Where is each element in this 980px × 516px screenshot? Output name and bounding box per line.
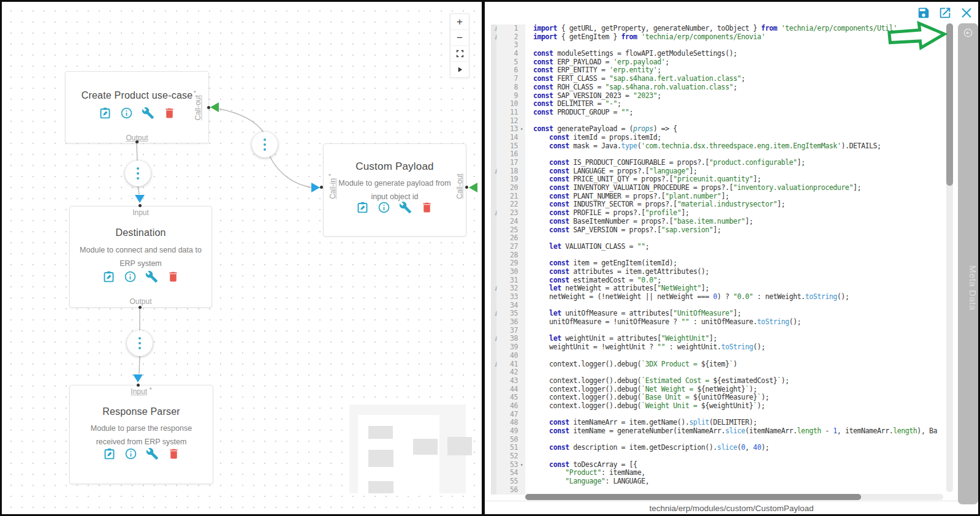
code-text[interactable]: const DELIMITER = "-"; xyxy=(525,100,948,108)
code-line[interactable]: 15 const mask = Java.type('com.technia.d… xyxy=(491,142,948,151)
code-line[interactable]: 34 xyxy=(491,302,948,310)
code-line[interactable]: 33 netWeight = (!netWeight || netWeight … xyxy=(491,293,948,302)
fold-arrow-icon[interactable] xyxy=(518,251,525,260)
code-text[interactable] xyxy=(525,41,948,50)
port-call-in[interactable]: Call-in * xyxy=(329,173,337,199)
fold-arrow-icon[interactable] xyxy=(518,92,525,101)
edit-icon[interactable] xyxy=(356,201,369,214)
edge-menu-handle[interactable] xyxy=(125,161,151,186)
fold-arrow-icon[interactable] xyxy=(518,75,525,83)
code-line[interactable]: 29 const item = getEngItem(itemId); xyxy=(491,259,948,268)
code-line[interactable]: 39 weightUnit = !weightUnit ? "" : weigh… xyxy=(491,343,948,352)
fold-arrow-icon[interactable] xyxy=(518,276,525,285)
code-line[interactable]: i38 let weightUnit = attributes["WeightU… xyxy=(491,335,948,343)
code-text[interactable]: context.logger().debug(`Net Weight = ${n… xyxy=(525,385,948,394)
fold-arrow-icon[interactable] xyxy=(518,377,525,385)
code-text[interactable]: const IS_PRODUCT_CONFIGURABLE = props?.[… xyxy=(525,159,948,167)
fold-arrow-icon[interactable] xyxy=(518,469,525,477)
code-line[interactable]: 49 const itemName = generateNumber(itemN… xyxy=(491,427,948,436)
code-line[interactable]: 7const FERT_CLASS = "sap.s4hana.fert.val… xyxy=(491,75,948,83)
edit-icon[interactable] xyxy=(102,270,115,283)
fold-arrow-icon[interactable] xyxy=(518,444,525,452)
fold-arrow-icon[interactable] xyxy=(518,234,525,243)
port-input[interactable]: Input xyxy=(70,208,211,217)
fold-arrow-icon[interactable] xyxy=(518,452,525,461)
fit-view-button[interactable] xyxy=(450,46,469,62)
code-text[interactable]: const itemNameArr = item.getName().split… xyxy=(525,419,948,427)
port-dot[interactable] xyxy=(139,204,142,207)
fold-arrow-icon[interactable] xyxy=(518,218,525,226)
fold-arrow-icon[interactable] xyxy=(518,327,525,335)
code-text[interactable]: let unitOfMeasure = attributes["UnitOfMe… xyxy=(525,309,948,318)
code-text[interactable]: "Product": itemName, xyxy=(525,469,948,477)
code-text[interactable]: const ERP_ENTITY = 'erp.entity'; xyxy=(525,66,948,75)
port-call-out[interactable]: Call-out * xyxy=(194,91,203,121)
fold-arrow-icon[interactable] xyxy=(518,293,525,302)
delete-trash-icon[interactable] xyxy=(167,447,180,460)
fold-arrow-icon[interactable] xyxy=(518,419,525,427)
code-line[interactable]: 43 context.logger().debug(`Estimated Cos… xyxy=(491,377,948,385)
code-text[interactable] xyxy=(525,234,948,243)
fold-arrow-icon[interactable]: ▾ xyxy=(518,461,525,469)
code-text[interactable]: const toDescArray = [{ xyxy=(525,461,948,469)
code-line[interactable]: 4const moduleSettings = flowAPI.getModul… xyxy=(491,50,948,58)
code-line[interactable]: 12 xyxy=(491,117,948,126)
code-line[interactable]: i41 context.logger().debug(`3DX Product … xyxy=(491,360,948,369)
code-text[interactable]: context.logger().debug(`Weight Unit = ${… xyxy=(525,402,948,411)
port-dot[interactable] xyxy=(139,306,142,309)
info-icon[interactable] xyxy=(120,107,133,120)
fold-arrow-icon[interactable] xyxy=(518,226,525,235)
info-icon[interactable] xyxy=(124,447,137,460)
code-text[interactable]: unitOfMeasure = !unitOfMeasure ? "" : un… xyxy=(525,318,948,327)
settings-wrench-icon[interactable] xyxy=(146,447,159,460)
code-line[interactable]: 24 const BaseItemNumber = props?.["base.… xyxy=(491,218,948,226)
interactive-toggle-button[interactable] xyxy=(450,62,469,77)
code-line[interactable]: 56 xyxy=(491,486,948,495)
code-text[interactable] xyxy=(525,117,948,126)
fold-arrow-icon[interactable] xyxy=(518,360,525,369)
code-text[interactable]: import { getEngItem } from 'technia/erp/… xyxy=(525,33,948,42)
port-input[interactable]: Input * xyxy=(70,387,213,396)
code-line[interactable]: 19 const PRICE_UNIT_QTY = props?.["price… xyxy=(491,175,948,184)
fold-arrow-icon[interactable] xyxy=(518,150,525,159)
fold-arrow-icon[interactable] xyxy=(518,142,525,151)
port-output[interactable]: Output xyxy=(70,297,211,306)
code-line[interactable]: i1import { getURL, getProperty, generate… xyxy=(491,25,948,33)
fold-arrow-icon[interactable] xyxy=(518,309,525,318)
fold-arrow-icon[interactable] xyxy=(518,209,525,218)
code-text[interactable]: const SAP_VERSION_2023 = "2023"; xyxy=(525,92,948,101)
code-text[interactable]: const LANGUAGE = props?.["language"]; xyxy=(525,167,948,176)
code-text[interactable]: context.logger().debug(`3DX Product = ${… xyxy=(525,360,948,369)
code-text[interactable]: const generatePayload = (props) => { xyxy=(525,125,948,134)
fold-arrow-icon[interactable] xyxy=(518,393,525,402)
node-response-parser[interactable]: Input * Response Parser Module to parse … xyxy=(69,385,213,484)
code-text[interactable]: const INDUSTRY_SECTOR = props?.["materia… xyxy=(525,200,948,209)
code-line[interactable]: 14 const itemId = props.itemId; xyxy=(491,134,948,142)
code-text[interactable] xyxy=(525,452,948,461)
fold-arrow-icon[interactable] xyxy=(518,385,525,394)
fold-arrow-icon[interactable] xyxy=(518,108,525,117)
code-line[interactable]: 16 xyxy=(491,150,948,159)
edit-icon[interactable] xyxy=(103,447,116,460)
code-text[interactable]: const mask = Java.type('com.technia.dsx.… xyxy=(525,142,948,151)
code-text[interactable]: const attributes = item.getAttributes(); xyxy=(525,268,948,276)
zoom-in-button[interactable]: + xyxy=(450,14,469,30)
port-dot[interactable] xyxy=(320,186,323,189)
expand-panel-arrow-icon[interactable] xyxy=(963,28,973,37)
code-text[interactable]: context.logger().debug(`Estimated Cost =… xyxy=(525,377,948,385)
code-line[interactable]: 48 const itemNameArr = item.getName().sp… xyxy=(491,419,948,427)
code-text[interactable] xyxy=(525,251,948,260)
code-text[interactable] xyxy=(525,327,948,335)
code-line[interactable]: 5const ERP_PAYLOAD = 'erp.payload'; xyxy=(491,58,948,67)
code-line[interactable]: 54 "Product": itemName, xyxy=(491,469,948,477)
code-text[interactable]: let weightUnit = attributes["WeightUnit"… xyxy=(525,335,948,343)
code-line[interactable]: 25 const SAP_VERSION = props?.["sap.vers… xyxy=(491,226,948,235)
edit-icon[interactable] xyxy=(99,107,112,120)
code-text[interactable]: const item = getEngItem(itemId); xyxy=(525,259,948,268)
code-text[interactable]: const BaseItemNumber = props?.["base.ite… xyxy=(525,218,948,226)
code-line[interactable]: 22 const INDUSTRY_SECTOR = props?.["mate… xyxy=(491,200,948,209)
code-line[interactable]: 9const SAP_VERSION_2023 = "2023"; xyxy=(491,92,948,101)
code-text[interactable]: const moduleSettings = flowAPI.getModule… xyxy=(525,50,948,58)
port-call-out[interactable]: Call-out xyxy=(455,173,463,199)
code-lines[interactable]: i1import { getURL, getProperty, generate… xyxy=(491,25,948,495)
